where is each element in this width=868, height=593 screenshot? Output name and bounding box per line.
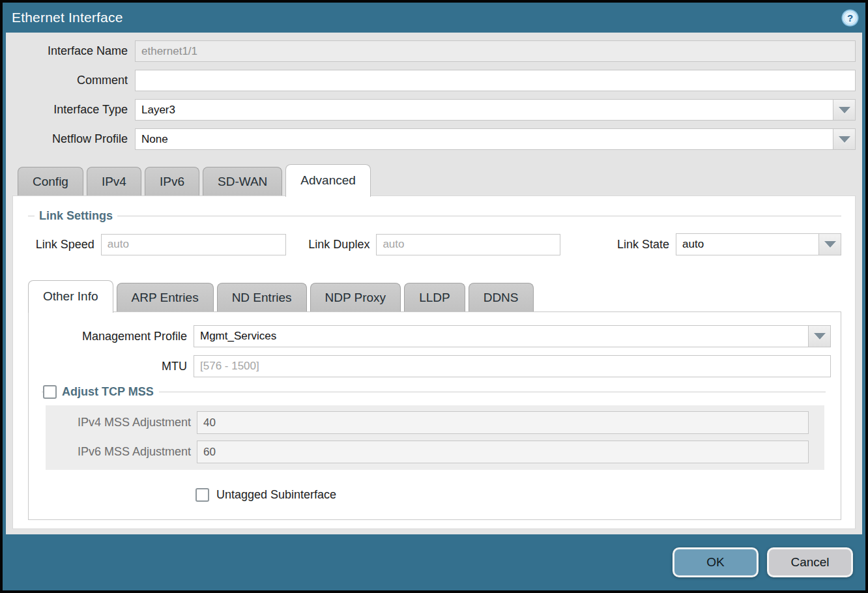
interface-name-field [135, 40, 856, 62]
link-duplex-label: Link Duplex [306, 238, 377, 252]
link-settings-row: Link Speed Link Duplex Link State auto [28, 233, 841, 255]
ok-button[interactable]: OK [673, 547, 759, 577]
ipv4-mss-row: IPv4 MSS Adjustment [46, 411, 809, 434]
svg-text:?: ? [847, 12, 853, 23]
interface-type-row: Interface Type Layer3 [6, 99, 856, 121]
mtu-row: MTU [29, 355, 831, 377]
subtab-other-info[interactable]: Other Info [28, 280, 113, 313]
tab-config[interactable]: Config [18, 167, 83, 195]
untagged-subinterface-label: Untagged Subinterface [216, 488, 336, 502]
sub-tab-strip: Other Info ARP Entries ND Entries NDP Pr… [13, 279, 855, 311]
link-speed-label: Link Speed [28, 238, 101, 252]
management-profile-label: Management Profile [29, 330, 194, 343]
interface-name-row: Interface Name [6, 40, 856, 62]
adjust-tcp-mss-checkbox[interactable] [43, 385, 57, 399]
interface-type-label: Interface Type [6, 103, 135, 117]
ipv4-mss-input [197, 411, 809, 434]
tab-ipv6[interactable]: IPv6 [145, 167, 199, 195]
management-profile-row: Management Profile Mgmt_Services [29, 325, 831, 347]
adjust-tcp-mss-fieldset: Adjust TCP MSS IPv4 MSS Adjustment IPv6 … [42, 385, 826, 470]
ipv4-mss-label: IPv4 MSS Adjustment [46, 416, 197, 429]
netflow-profile-dropdown-button[interactable] [833, 129, 855, 149]
comment-field[interactable] [135, 70, 856, 91]
link-state-value: auto [676, 234, 818, 255]
untagged-subinterface-row: Untagged Subinterface [195, 488, 841, 502]
netflow-profile-label: Netflow Profile [6, 132, 135, 146]
chevron-down-icon [814, 333, 826, 340]
dialog-title: Ethernet Interface [12, 10, 123, 25]
interface-type-dropdown[interactable]: Layer3 [135, 99, 856, 121]
subtab-ndp-proxy[interactable]: NDP Proxy [310, 283, 401, 311]
ethernet-interface-dialog: Ethernet Interface ? Interface Name Comm… [0, 0, 868, 593]
tab-ipv4[interactable]: IPv4 [87, 167, 141, 195]
link-state-dropdown[interactable]: auto [676, 233, 841, 255]
mtu-label: MTU [29, 360, 194, 373]
link-state-group: Link State auto [579, 233, 841, 255]
dialog-body: Interface Name Comment Interface Type La… [6, 33, 862, 534]
subtab-lldp[interactable]: LLDP [404, 283, 465, 311]
management-profile-value: Mgmt_Services [194, 326, 808, 347]
subtab-nd-entries[interactable]: ND Entries [217, 283, 307, 311]
adjust-tcp-mss-legend: Adjust TCP MSS [43, 385, 159, 399]
other-info-panel: Management Profile Mgmt_Services MTU [28, 311, 841, 520]
adjust-tcp-mss-label: Adjust TCP MSS [62, 385, 154, 399]
interface-type-value: Layer3 [136, 100, 833, 120]
subtab-ddns[interactable]: DDNS [469, 283, 534, 311]
link-state-label: Link State [579, 238, 676, 252]
ipv6-mss-input [197, 441, 809, 463]
cancel-button[interactable]: Cancel [767, 547, 853, 577]
chevron-down-icon [824, 241, 836, 248]
chevron-down-icon [839, 107, 850, 113]
subtab-arp-entries[interactable]: ARP Entries [117, 283, 214, 311]
link-speed-input[interactable] [101, 234, 286, 255]
advanced-tab-panel: Link Settings Link Speed Link Duplex Lin… [12, 195, 856, 529]
management-profile-dropdown[interactable]: Mgmt_Services [194, 325, 831, 347]
main-tab-strip: Config IPv4 IPv6 SD-WAN Advanced [6, 163, 862, 195]
comment-row: Comment [6, 70, 856, 91]
ipv6-mss-row: IPv6 MSS Adjustment [46, 441, 809, 463]
mss-disabled-block: IPv4 MSS Adjustment IPv6 MSS Adjustment [46, 405, 824, 470]
link-duplex-group: Link Duplex [306, 233, 560, 255]
link-duplex-input[interactable] [376, 234, 560, 255]
mtu-input[interactable] [194, 355, 831, 377]
title-bar: Ethernet Interface ? [3, 3, 865, 33]
ipv6-mss-label: IPv6 MSS Adjustment [46, 445, 197, 459]
chevron-down-icon [839, 136, 850, 143]
tab-advanced[interactable]: Advanced [285, 164, 371, 197]
netflow-profile-value: None [136, 129, 833, 149]
help-icon[interactable]: ? [841, 9, 859, 27]
link-settings-fieldset: Link Settings Link Speed Link Duplex Lin… [28, 209, 841, 267]
management-profile-dropdown-button[interactable] [808, 326, 830, 347]
link-speed-group: Link Speed [28, 233, 286, 255]
netflow-profile-dropdown[interactable]: None [135, 128, 856, 150]
link-state-dropdown-button[interactable] [818, 234, 841, 255]
interface-type-dropdown-button[interactable] [833, 100, 855, 120]
dialog-footer: OK Cancel [3, 534, 865, 590]
link-settings-legend: Link Settings [35, 209, 117, 223]
netflow-profile-row: Netflow Profile None [6, 128, 856, 150]
tab-sdwan[interactable]: SD-WAN [203, 167, 282, 195]
interface-name-label: Interface Name [6, 44, 135, 58]
comment-label: Comment [6, 74, 135, 87]
untagged-subinterface-checkbox[interactable] [195, 488, 209, 502]
